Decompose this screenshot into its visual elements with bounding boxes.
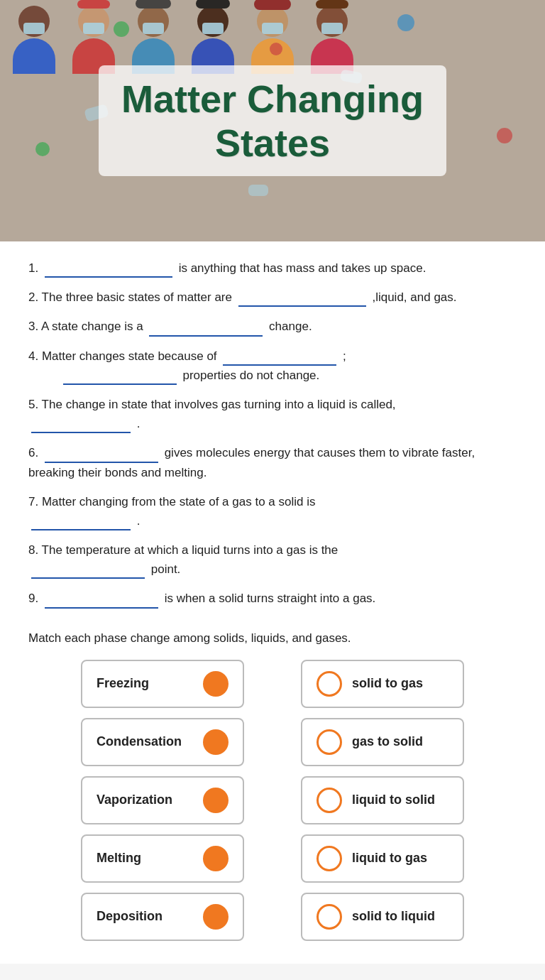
match-dot-right-4[interactable] <box>316 846 342 871</box>
match-label-liquid-to-gas: liquid to gas <box>352 851 427 866</box>
match-dot-left-5[interactable] <box>203 904 229 930</box>
question-1: 1. is anything that has mass and takes u… <box>28 258 517 278</box>
q2-number: 2. <box>28 290 38 304</box>
match-dot-left-1[interactable] <box>203 671 229 697</box>
match-right-gas-to-solid[interactable]: gas to solid <box>301 718 464 766</box>
match-label-melting: Melting <box>97 851 141 866</box>
match-right-liquid-to-solid[interactable]: liquid to solid <box>301 776 464 824</box>
q1-number: 1. <box>28 261 38 275</box>
question-4: 4. Matter changes state because of ; pro… <box>28 347 517 385</box>
q2-text-after: ,liquid, and gas. <box>372 290 456 304</box>
match-dot-right-2[interactable] <box>316 729 342 755</box>
match-row-4: Melting liquid to gas <box>28 834 517 883</box>
q4-text-before: Matter changes state because of <box>42 349 217 363</box>
q7-number: 7. <box>28 495 38 508</box>
match-dot-right-1[interactable] <box>316 671 342 697</box>
match-left-melting[interactable]: Melting <box>81 834 244 883</box>
match-row-5: Deposition solid to liquid <box>28 893 517 941</box>
match-dot-left-4[interactable] <box>203 846 229 871</box>
match-dot-left-3[interactable] <box>203 788 229 813</box>
q2-blank[interactable] <box>238 291 366 307</box>
question-3: 3. A state change is a change. <box>28 317 517 336</box>
match-right-solid-to-liquid[interactable]: solid to liquid <box>301 893 464 941</box>
match-label-deposition: Deposition <box>97 909 163 924</box>
q4-line2-text: properties do not change. <box>182 369 319 382</box>
title-box: Matter Changing States <box>99 65 446 176</box>
match-label-solid-to-liquid: solid to liquid <box>352 909 435 924</box>
q8-text-before: The temperature at which a liquid turns … <box>42 543 338 557</box>
q6-number: 6. <box>28 446 38 459</box>
q1-blank[interactable] <box>45 262 172 278</box>
match-row-2: Condensation gas to solid <box>28 718 517 766</box>
match-label-condensation: Condensation <box>97 734 182 749</box>
match-left-deposition[interactable]: Deposition <box>81 893 244 941</box>
question-2: 2. The three basic states of matter are … <box>28 288 517 307</box>
match-dot-left-2[interactable] <box>203 729 229 755</box>
match-label-freezing: Freezing <box>97 676 149 691</box>
question-9: 9. is when a solid turns straight into a… <box>28 589 517 608</box>
match-dot-right-5[interactable] <box>316 904 342 930</box>
match-intro: Match each phase change among solids, li… <box>28 631 517 646</box>
match-label-gas-to-solid: gas to solid <box>352 734 423 749</box>
match-container: Freezing solid to gas Condensation <box>28 660 517 941</box>
question-8: 8. The temperature at which a liquid tur… <box>28 540 517 579</box>
q9-text-after: is when a solid turns straight into a ga… <box>165 592 376 605</box>
q8-blank[interactable] <box>31 563 145 579</box>
q4-blank2[interactable] <box>63 369 177 385</box>
page-title: Matter Changing States <box>121 77 424 165</box>
match-label-liquid-to-solid: liquid to solid <box>352 793 435 807</box>
header: Matter Changing States <box>0 0 545 241</box>
content-area: 1. is anything that has mass and takes u… <box>0 241 545 964</box>
q4-text-after: ; <box>343 349 346 363</box>
match-dot-right-3[interactable] <box>316 788 342 813</box>
match-label-vaporization: Vaporization <box>97 793 172 807</box>
q3-text-after: change. <box>269 320 312 333</box>
q3-text-before: A state change is a <box>41 320 143 333</box>
match-left-freezing[interactable]: Freezing <box>81 660 244 708</box>
question-7: 7. Matter changing from the state of a g… <box>28 492 517 530</box>
q5-blank[interactable] <box>31 418 131 433</box>
match-label-solid-to-gas: solid to gas <box>352 676 423 691</box>
match-right-liquid-to-gas[interactable]: liquid to gas <box>301 834 464 883</box>
q5-number: 5. <box>28 398 38 411</box>
q4-blank1[interactable] <box>223 350 336 366</box>
q1-text: is anything that has mass and takes up s… <box>179 261 426 275</box>
q5-text-before: The change in state that involves gas tu… <box>42 398 396 411</box>
match-right-solid-to-gas[interactable]: solid to gas <box>301 660 464 708</box>
match-left-vaporization[interactable]: Vaporization <box>81 776 244 824</box>
q8-text-after: point. <box>151 562 181 576</box>
q4-number: 4. <box>28 349 38 363</box>
match-left-condensation[interactable]: Condensation <box>81 718 244 766</box>
q2-text-before: The three basic states of matter are <box>42 290 232 304</box>
match-row-1: Freezing solid to gas <box>28 660 517 708</box>
question-5: 5. The change in state that involves gas… <box>28 395 517 433</box>
q9-blank[interactable] <box>45 593 158 609</box>
match-section: Match each phase change among solids, li… <box>28 631 517 941</box>
person-figure <box>6 6 62 77</box>
q7-blank[interactable] <box>31 515 131 530</box>
q3-number: 3. <box>28 320 38 333</box>
q5-text-after: . <box>137 417 141 430</box>
q6-blank[interactable] <box>45 447 158 463</box>
question-6: 6. gives molecules energy that causes th… <box>28 443 517 481</box>
q3-blank[interactable] <box>149 321 263 337</box>
q9-number: 9. <box>28 592 38 605</box>
q8-number: 8. <box>28 543 38 557</box>
q7-text-before: Matter changing from the state of a gas … <box>42 495 316 508</box>
q7-text-after: . <box>137 514 141 528</box>
match-row-3: Vaporization liquid to solid <box>28 776 517 824</box>
